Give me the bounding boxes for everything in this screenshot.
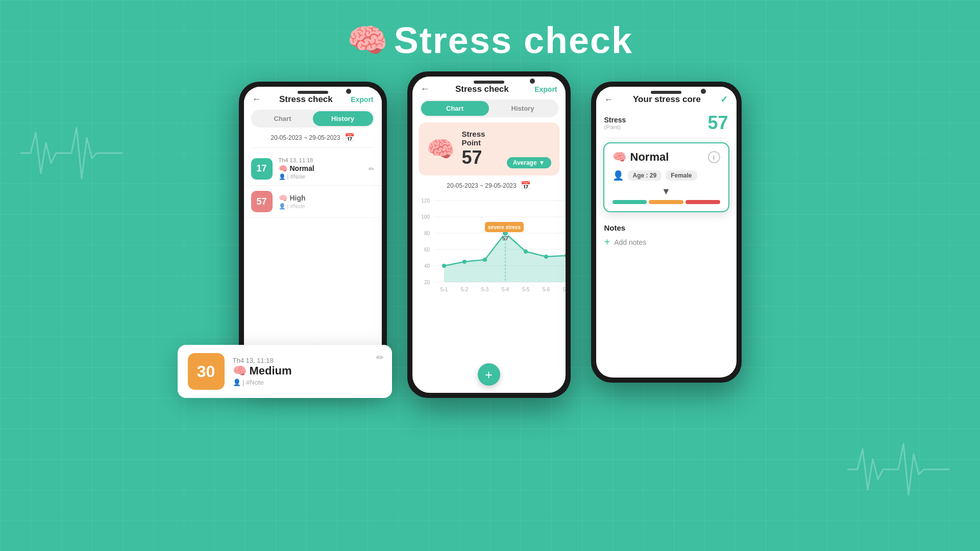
phone3-info-icon[interactable]: i <box>708 151 720 163</box>
phone1-item-level-2: 🧠 High <box>279 194 375 202</box>
phone1-history-item-1[interactable]: 17 Th4 13, 11:18 🧠 Normal 👤 | #Note ✏ <box>244 152 382 186</box>
svg-text:5-6: 5-6 <box>542 287 550 292</box>
phone1-item-info-1: Th4 13, 11:18 🧠 Normal 👤 | #Note <box>279 157 362 180</box>
svg-text:100: 100 <box>421 214 430 220</box>
phone2-export-button[interactable]: Export <box>534 85 557 93</box>
phones-container: ← Stress check Export Chart History 20-0… <box>0 77 980 398</box>
phone3-notes-title: Notes <box>604 223 728 232</box>
phone1-edit-icon-1[interactable]: ✏ <box>369 165 375 173</box>
svg-text:120: 120 <box>421 198 430 204</box>
svg-point-20 <box>442 264 446 268</box>
phone3-bar-green <box>612 200 647 204</box>
phone1-item-level-1: 🧠 Normal <box>279 164 362 172</box>
phone1-notch <box>298 91 328 94</box>
floating-note: 👤 | #Note <box>233 379 292 386</box>
phone1-item-note-2: 👤 | #Note <box>279 203 375 210</box>
phone3-normal-card-header: 🧠 Normal i <box>612 151 720 164</box>
svg-point-21 <box>462 260 467 264</box>
phone1-item-time-1: Th4 13, 11:18 <box>279 157 362 163</box>
phone2-brain-emoji: 🧠 <box>427 136 455 162</box>
floating-info: Th4 13, 11:18 🧠 Medium 👤 | #Note <box>233 357 292 386</box>
phone2-back-arrow[interactable]: ← <box>421 84 430 94</box>
phone3-check-icon[interactable]: ✓ <box>720 94 728 105</box>
phone1-date-text: 20-05-2023 ~ 29-05-2023 <box>271 134 340 141</box>
svg-text:20: 20 <box>424 280 430 285</box>
phone2-camera <box>530 79 535 84</box>
phone2-stress-point-box: 🧠 Stress Point 57 Average ▼ <box>419 122 559 176</box>
phone3-age-tag: Age : 29 <box>628 170 662 181</box>
svg-text:5-3: 5-3 <box>481 287 488 292</box>
phone3-stress-label-box: Stress (Point) 57 <box>596 110 737 138</box>
phone2-stress-point-text: Stress Point 57 <box>462 130 493 168</box>
svg-text:80: 80 <box>424 231 430 236</box>
phone3-frame: ← Your stress core ✓ Stress (Point) 57 <box>591 82 742 383</box>
phone2-stress-point-value: 57 <box>462 147 493 168</box>
phone3-header: ← Your stress core ✓ <box>596 87 737 110</box>
phone1-history-tab[interactable]: History <box>313 111 373 126</box>
phone1-export-button[interactable]: Export <box>351 95 373 104</box>
phone3-bar-orange <box>649 200 683 204</box>
phone2-chart-svg: 120 100 80 60 40 20 5-1 5-2 5-3 5-4 5-5 … <box>419 195 566 292</box>
app-title: Stress check <box>394 19 633 61</box>
phone1-history-item-2[interactable]: 57 🧠 High 👤 | #Note <box>244 186 382 218</box>
phone3-bar-red <box>685 200 720 204</box>
phone2-frame: ← Stress check Export Chart History 🧠 St… <box>407 71 571 398</box>
svg-text:60: 60 <box>424 247 430 253</box>
phone1-floating-card: 30 Th4 13, 11:18 🧠 Medium 👤 | #Note ✏ <box>178 345 392 398</box>
floating-edit-icon[interactable]: ✏ <box>376 352 384 363</box>
phone2-chart-area: 120 100 80 60 40 20 5-1 5-2 5-3 5-4 5-5 … <box>419 195 559 294</box>
phone2-notch <box>474 81 504 84</box>
phone3-user-icon: 👤 <box>612 170 624 181</box>
phone2-date-range: 20-05-2023 ~ 29-05-2023 📅 <box>412 181 566 190</box>
svg-text:severe stress: severe stress <box>488 224 521 230</box>
ecg-right-decoration <box>847 429 949 510</box>
phone1-title: Stress check <box>279 94 333 105</box>
phone3-normal-label: 🧠 Normal <box>612 151 669 164</box>
phone1-date-range: 20-05-2023 ~ 29-05-2023 📅 <box>244 133 382 142</box>
phone2-screen: ← Stress check Export Chart History 🧠 St… <box>412 77 566 393</box>
phone1-screen: ← Stress check Export Chart History 20-0… <box>244 87 382 378</box>
phone1-item-info-2: 🧠 High 👤 | #Note <box>279 194 375 210</box>
phone2-fab-button[interactable]: + <box>478 363 500 386</box>
brain-icon: 🧠 <box>347 21 388 60</box>
phone3-gender-tag: Female <box>666 170 697 181</box>
phone1-back-arrow[interactable]: ← <box>252 94 261 105</box>
phone3-dropdown-arrow[interactable]: ▼ <box>612 186 720 197</box>
phone2-wrapper: ← Stress check Export Chart History 🧠 St… <box>407 71 571 398</box>
floating-score: 30 <box>188 353 225 390</box>
phone2-average-button[interactable]: Average ▼ <box>507 157 551 168</box>
svg-text:5-5: 5-5 <box>522 287 529 292</box>
phone3-notch <box>651 91 681 94</box>
svg-point-25 <box>544 255 548 259</box>
phone3-title: Your stress core <box>633 94 701 105</box>
phone3-normal-card: 🧠 Normal i 👤 Age : 29 Female ▼ <box>603 142 729 212</box>
phone3-add-note[interactable]: + Add notes <box>604 236 728 248</box>
phone3-stress-value: 57 <box>707 112 728 134</box>
phone2-title: Stress check <box>455 84 509 94</box>
app-header: 🧠 Stress check <box>0 0 980 77</box>
phone3-back-arrow[interactable]: ← <box>604 94 614 105</box>
svg-text:5-1: 5-1 <box>440 287 448 292</box>
phone3-camera <box>701 89 706 94</box>
phone3-screen: ← Your stress core ✓ Stress (Point) 57 <box>596 87 737 378</box>
svg-text:5-4: 5-4 <box>501 287 509 292</box>
phone1-wrapper: ← Stress check Export Chart History 20-0… <box>239 82 387 383</box>
phone1-calendar-icon[interactable]: 📅 <box>345 133 355 142</box>
phone1-camera <box>346 89 351 94</box>
phone3-divider <box>603 138 729 138</box>
phone1-score-1: 17 <box>251 158 273 180</box>
svg-text:5-7: 5-7 <box>562 287 565 292</box>
phone1-divider <box>251 147 375 148</box>
phone2-history-tab[interactable]: History <box>489 101 557 116</box>
svg-point-24 <box>524 249 528 254</box>
svg-text:5-2: 5-2 <box>460 287 468 292</box>
phone2-calendar-icon[interactable]: 📅 <box>521 181 531 190</box>
phone1-tabs: Chart History <box>251 110 375 128</box>
floating-level: 🧠 Medium <box>233 364 292 378</box>
phone3-notes-section: Notes + Add notes <box>596 218 737 253</box>
phone1-chart-tab[interactable]: Chart <box>253 111 313 126</box>
svg-text:40: 40 <box>424 263 430 269</box>
phone3-user-row: 👤 Age : 29 Female <box>612 170 720 181</box>
phone2-chart-tab[interactable]: Chart <box>421 101 489 116</box>
phone2-date-text: 20-05-2023 ~ 29-05-2023 <box>447 182 516 189</box>
